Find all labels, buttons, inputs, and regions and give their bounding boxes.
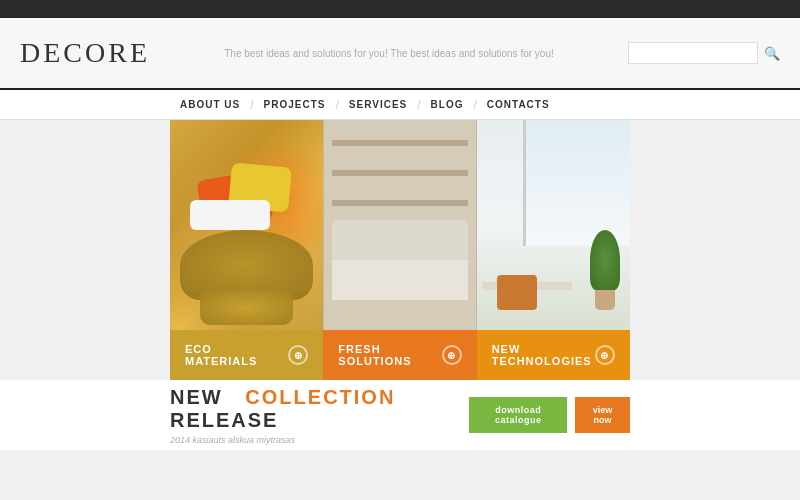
top-bar [0, 0, 800, 18]
nav-contacts[interactable]: CONTACTS [477, 90, 560, 119]
caption-2-text: FRESH SOLUTIONS [338, 343, 411, 367]
main-content: ECO MATERIALS ⊕ FRESH SOLUTIONS ⊕ NEW TE… [0, 120, 800, 380]
cushion-white [190, 200, 270, 230]
plant-pot [595, 290, 615, 310]
sofa-panel2 [332, 220, 468, 300]
shelf-1 [332, 140, 468, 146]
new-word: NEW [170, 386, 223, 408]
plant [590, 230, 620, 310]
collection-subtitle: 2014 kasiauts alskua miytrasas [170, 435, 469, 445]
caption-2-icon: ⊕ [442, 345, 462, 365]
hero-grid [170, 120, 630, 330]
header: DECORE The best ideas and solutions for … [0, 18, 800, 88]
header-search-area: 🔍 [628, 42, 780, 64]
shelf-3 [332, 200, 468, 206]
hero-panel-2 [323, 120, 476, 330]
header-tagline: The best ideas and solutions for you! Th… [150, 48, 628, 59]
logo[interactable]: DECORE [20, 37, 150, 69]
caption-grid: ECO MATERIALS ⊕ FRESH SOLUTIONS ⊕ NEW TE… [170, 330, 630, 380]
nav-projects[interactable]: PROJECTS [254, 90, 336, 119]
release-word: RELEASE [170, 409, 278, 431]
plant-leaves [590, 230, 620, 290]
sofa-back [332, 220, 468, 260]
office-chair [497, 275, 537, 310]
download-catalogue-button[interactable]: download catalogue [469, 397, 567, 433]
search-button[interactable]: 🔍 [764, 46, 780, 61]
caption-3-text: NEW TECHNOLOGIES [492, 343, 592, 367]
collection-word: COLLECTION [245, 386, 395, 408]
collection-title: NEW COLLECTION RELEASE [170, 386, 469, 432]
bottom-buttons: download catalogue view now [469, 397, 630, 433]
wicker-ottoman [200, 290, 293, 325]
caption-eco-materials[interactable]: ECO MATERIALS ⊕ [170, 330, 323, 380]
new-collection-promo: NEW COLLECTION RELEASE 2014 kasiauts als… [170, 386, 469, 445]
hero-panel-3 [477, 120, 630, 330]
caption-1-icon: ⊕ [288, 345, 308, 365]
caption-fresh-solutions[interactable]: FRESH SOLUTIONS ⊕ [323, 330, 476, 380]
bottom-section: NEW COLLECTION RELEASE 2014 kasiauts als… [0, 380, 800, 450]
view-now-button[interactable]: view now [575, 397, 630, 433]
nav-about-us[interactable]: ABOUT US [170, 90, 250, 119]
caption-new-technologies[interactable]: NEW TECHNOLOGIES ⊕ [477, 330, 630, 380]
caption-3-icon: ⊕ [595, 345, 615, 365]
nav-services[interactable]: SERVICES [339, 90, 417, 119]
window-panel [523, 120, 630, 246]
search-input[interactable] [628, 42, 758, 64]
navigation: ABOUT US / PROJECTS / SERVICES / BLOG / … [0, 88, 800, 120]
caption-1-text: ECO MATERIALS [185, 343, 257, 367]
hero-panel-1 [170, 120, 323, 330]
shelf-2 [332, 170, 468, 176]
nav-blog[interactable]: BLOG [421, 90, 474, 119]
